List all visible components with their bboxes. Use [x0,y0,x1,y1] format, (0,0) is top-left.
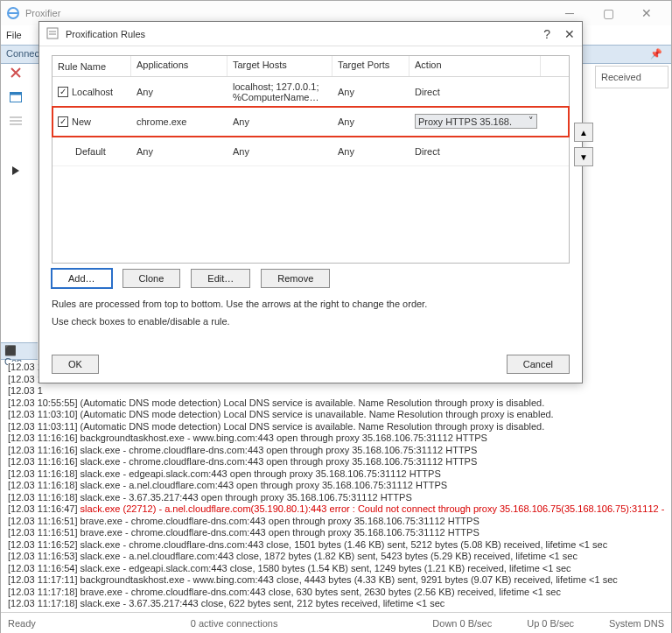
col-rule-name[interactable]: Rule Name [52,56,131,76]
col-action[interactable]: Action [410,56,541,76]
log-line: [12.03 11:17:18] slack.exe - 3.67.35.217… [8,598,664,610]
dialog-titlebar: Proxification Rules ? ✕ [39,22,582,46]
dialog-close-button[interactable]: ✕ [564,27,575,41]
remove-button[interactable]: Remove [261,269,330,288]
log-line: [12.03 11:18:26] brave.exe - chrome.clou… [8,610,664,612]
rule-ports: Any [332,83,410,101]
rule-action-buttons: Add… Clone Edit… Remove [52,269,570,288]
log-line: [12.03 11:16:47] slack.exe (22712) - a.n… [8,503,664,516]
proxification-rules-dialog: Proxification Rules ? ✕ Rule Name Applic… [38,21,583,383]
con-divider-label: ⬛ Con [1,342,38,360]
rule-name: New [72,116,91,127]
log-line: [12.03 11:16:16] slack.exe - chrome.clou… [8,445,664,457]
log-pane[interactable]: [12.03 1 [12.03 1 [12.03 1 [12.03 10:55:… [8,362,664,611]
dialog-title: Proxification Rules [66,29,145,39]
log-line: [12.03 11:16:51] brave.exe - chrome.clou… [8,527,664,539]
log-line: [12.03 11:16:18] slack.exe - a.nel.cloud… [8,480,664,492]
play-icon[interactable] [9,164,23,178]
log-line: [12.03 11:16:18] slack.exe - edgeapi.sla… [8,468,664,481]
window-icon[interactable] [9,90,23,104]
proxifier-logo-icon [6,6,20,20]
log-line: [12.03 11:16:52] slack.exe - chrome.clou… [8,539,664,552]
table-row[interactable]: ✓Newchrome.exeAnyAnyProxy HTTPS 35.168.˅ [52,107,569,137]
status-ready: Ready [8,618,36,629]
info-line-1: Rules are processed from top to bottom. … [52,295,570,313]
status-sysdns: System DNS [609,618,664,629]
main-window-title: Proxifier [25,8,60,18]
rule-ports: Any [332,143,410,160]
log-line: [12.03 11:03:11] (Automatic DNS mode det… [8,421,664,433]
close-icon[interactable] [9,66,23,80]
table-header: Rule Name Applications Target Hosts Targ… [52,56,569,77]
log-line: [12.03 11:16:54] slack.exe - edgeapi.sla… [8,563,664,575]
rule-apps: Any [131,83,228,101]
log-line: [12.03 1 [8,385,664,397]
log-line: [12.03 11:16:16] slack.exe - chrome.clou… [8,456,664,468]
action-dropdown[interactable]: Proxy HTTPS 35.168.˅ [415,114,537,129]
rule-action: Direct [410,143,541,160]
rule-name: Localhost [72,87,113,97]
svg-rect-2 [10,93,22,95]
status-down: Down 0 B/sec [432,618,492,629]
table-row[interactable]: ✓LocalhostAnylocalhost; 127.0.0.1; %Comp… [52,77,569,107]
rule-checkbox[interactable]: ✓ [58,116,68,127]
cancel-button[interactable]: Cancel [507,355,570,374]
ok-button[interactable]: OK [52,355,99,374]
maximize-button[interactable]: ▢ [589,1,627,25]
log-line: [12.03 11:16:18] slack.exe - 3.67.35.217… [8,492,664,504]
edit-button[interactable]: Edit… [191,269,250,288]
add-button[interactable]: Add… [52,269,112,288]
rule-hosts: Any [228,113,332,130]
move-up-button[interactable]: ▲ [574,123,593,142]
rule-ports: Any [332,113,410,130]
log-line: [12.03 11:16:53] slack.exe - a.nel.cloud… [8,551,664,563]
move-down-button[interactable]: ▼ [574,147,593,166]
sep-icon [9,139,23,153]
svg-rect-3 [47,28,58,39]
close-button[interactable]: ✕ [627,1,666,25]
status-bar: Ready 0 active connections Down 0 B/sec … [1,612,671,633]
received-column-header: Received [595,66,668,88]
chevron-down-icon: ˅ [528,116,534,127]
log-line: [12.03 11:03:10] (Automatic DNS mode det… [8,409,664,421]
menu-file[interactable]: File [6,30,22,40]
log-line: [12.03 11:17:11] backgroundtaskhost.exe … [8,574,664,587]
rule-name: Default [75,146,106,157]
table-row[interactable]: DefaultAnyAnyAnyDirect [52,137,569,166]
info-text: Rules are processed from top to bottom. … [52,295,570,330]
status-connections: 0 active connections [191,618,278,629]
rules-table[interactable]: Rule Name Applications Target Hosts Targ… [52,55,570,264]
connections-header-label: Connec [6,48,39,59]
dialog-help-button[interactable]: ? [543,27,550,41]
rule-hosts: localhost; 127.0.0.1; %ComputerName%;… [228,78,332,106]
left-toolbar [4,66,28,178]
dialog-footer: OK Cancel [52,355,570,374]
rule-apps: Any [131,143,228,160]
dialog-title-icon [46,27,60,41]
status-up: Up 0 B/sec [527,618,574,629]
col-target-hosts[interactable]: Target Hosts [228,56,332,76]
received-label: Received [601,72,641,82]
rule-apps: chrome.exe [131,113,228,130]
rule-checkbox[interactable]: ✓ [58,87,68,97]
log-line: [12.03 11:16:51] brave.exe - chrome.clou… [8,516,664,528]
rule-hosts: Any [228,143,332,160]
reorder-arrows: ▲ ▼ [574,123,593,166]
info-line-2: Use check boxes to enable/disable a rule… [52,313,570,330]
col-target-ports[interactable]: Target Ports [332,56,410,76]
list-icon[interactable] [9,115,23,129]
clone-button[interactable]: Clone [122,269,181,288]
log-line: [12.03 10:55:55] (Automatic DNS mode det… [8,397,664,410]
log-line: [12.03 11:17:18] brave.exe - chrome.clou… [8,587,664,599]
col-applications[interactable]: Applications [131,56,228,76]
pin-icon[interactable]: 📌 [650,48,662,60]
rule-action: Direct [410,83,541,101]
log-line: [12.03 11:16:16] backgroundtaskhost.exe … [8,433,664,445]
